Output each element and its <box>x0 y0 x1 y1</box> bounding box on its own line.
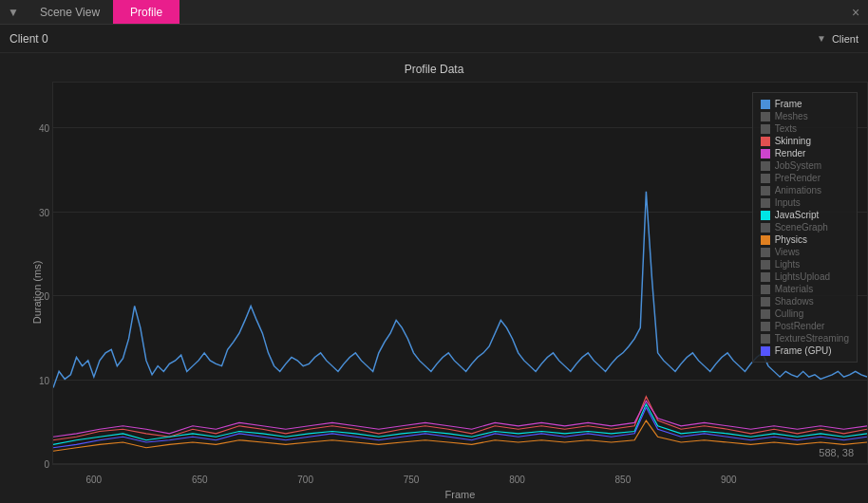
legend-item-inputs: Inputs <box>761 197 849 208</box>
chart-title: Profile Data <box>0 63 868 76</box>
tab-profile[interactable]: Profile <box>113 0 179 24</box>
x-tick-650: 650 <box>192 475 208 485</box>
profiler-window: ▼ Scene View Profile × Client 0 ▼ Client… <box>0 0 868 503</box>
legend-item-lights: Lights <box>761 259 849 270</box>
legend-item-texturestreaming: TextureStreaming <box>761 333 849 344</box>
legend-color-views <box>761 248 770 257</box>
chart-container: Profile Data Duration (ms) 0 10 20 <box>0 53 868 503</box>
legend-item-culling: Culling <box>761 308 849 319</box>
close-button[interactable]: × <box>843 0 868 25</box>
legend-item-frame-gpu: Frame (GPU) <box>761 345 849 356</box>
legend-label-texts: Texts <box>775 123 797 134</box>
legend-color-inputs <box>761 198 770 208</box>
legend-label-scenegraph: SceneGraph <box>775 222 828 233</box>
legend-label-views: Views <box>775 247 801 257</box>
x-tick-600: 600 <box>86 475 103 485</box>
skinning-line <box>53 397 867 440</box>
legend-item-prerender: PreRender <box>761 173 849 183</box>
legend-item-meshes: Meshes <box>761 111 849 121</box>
x-tick-850: 850 <box>615 475 632 485</box>
client-label: Client 0 <box>9 32 48 46</box>
legend-color-animations <box>761 186 770 196</box>
legend: Frame Meshes Texts Skinning <box>752 92 858 363</box>
toolbar: Client 0 ▼ Client <box>0 25 868 53</box>
legend-color-culling <box>761 309 770 319</box>
menu-icon[interactable]: ▼ <box>0 6 27 19</box>
legend-label-skinning: Skinning <box>775 136 811 146</box>
y-tick-20: 20 <box>21 291 49 302</box>
legend-label-prerender: PreRender <box>775 173 821 183</box>
x-tick-900: 900 <box>721 475 737 485</box>
y-tick-10: 10 <box>21 375 49 385</box>
legend-label-lightsupload: LightsUpload <box>775 271 830 282</box>
legend-label-frame: Frame <box>775 99 802 109</box>
legend-item-physics: Physics <box>761 234 849 245</box>
coords-display: 588, 38 <box>819 447 854 458</box>
legend-color-skinning <box>761 137 770 146</box>
legend-item-lightsupload: LightsUpload <box>761 271 849 282</box>
legend-color-postrender <box>761 322 770 331</box>
legend-label-frame-gpu: Frame (GPU) <box>775 345 832 356</box>
legend-label-physics: Physics <box>775 234 807 245</box>
title-bar: ▼ Scene View Profile × <box>0 0 868 25</box>
chart-area: Duration (ms) 0 10 20 30 <box>0 82 868 503</box>
legend-color-physics <box>761 235 770 245</box>
dropdown-arrow-icon: ▼ <box>817 33 826 44</box>
legend-color-frame <box>761 100 770 109</box>
y-tick-0: 0 <box>21 459 49 470</box>
legend-item-animations: Animations <box>761 185 849 196</box>
legend-color-lightsupload <box>761 272 770 282</box>
legend-label-shadows: Shadows <box>775 296 814 307</box>
x-axis-label: Frame <box>445 489 476 500</box>
legend-item-render: Render <box>761 148 849 158</box>
legend-color-javascript <box>761 211 770 220</box>
legend-item-skinning: Skinning <box>761 136 849 146</box>
legend-color-texts <box>761 124 770 134</box>
legend-item-views: Views <box>761 247 849 257</box>
legend-label-lights: Lights <box>775 259 801 270</box>
legend-label-texturestreaming: TextureStreaming <box>775 333 849 344</box>
client-dropdown-label: Client <box>832 33 859 45</box>
tab-scene-view[interactable]: Scene View <box>27 0 113 24</box>
legend-label-meshes: Meshes <box>775 111 808 121</box>
legend-item-javascript: JavaScript <box>761 210 849 220</box>
legend-item-shadows: Shadows <box>761 296 849 307</box>
legend-label-javascript: JavaScript <box>775 210 820 220</box>
legend-color-scenegraph <box>761 223 770 233</box>
x-tick-800: 800 <box>509 475 525 485</box>
y-tick-40: 40 <box>21 123 49 134</box>
legend-color-lights <box>761 260 770 270</box>
legend-color-render <box>761 149 770 158</box>
legend-color-frame-gpu <box>761 346 770 356</box>
x-tick-750: 750 <box>404 475 420 485</box>
legend-label-jobsystem: JobSystem <box>775 160 821 171</box>
legend-color-materials <box>761 285 770 294</box>
legend-item-texts: Texts <box>761 123 849 134</box>
legend-color-texturestreaming <box>761 334 770 344</box>
legend-label-inputs: Inputs <box>775 197 801 208</box>
legend-color-shadows <box>761 297 770 307</box>
legend-color-jobsystem <box>761 161 770 171</box>
legend-color-prerender <box>761 174 770 183</box>
legend-item-materials: Materials <box>761 284 849 294</box>
client-dropdown[interactable]: ▼ Client <box>817 33 859 45</box>
x-tick-700: 700 <box>297 475 313 485</box>
legend-item-scenegraph: SceneGraph <box>761 222 849 233</box>
legend-label-postrender: PostRender <box>775 321 825 331</box>
frame-line <box>53 192 867 388</box>
legend-item-frame: Frame <box>761 99 849 109</box>
legend-color-meshes <box>761 112 770 121</box>
legend-label-materials: Materials <box>775 284 814 294</box>
legend-item-postrender: PostRender <box>761 321 849 331</box>
legend-item-jobsystem: JobSystem <box>761 160 849 171</box>
legend-label-render: Render <box>775 148 806 158</box>
y-tick-30: 30 <box>21 207 49 217</box>
legend-label-animations: Animations <box>775 185 821 196</box>
chart-inner[interactable]: 0 10 20 30 40 600 <box>52 82 868 465</box>
legend-label-culling: Culling <box>775 308 804 319</box>
chart-svg <box>53 83 867 464</box>
